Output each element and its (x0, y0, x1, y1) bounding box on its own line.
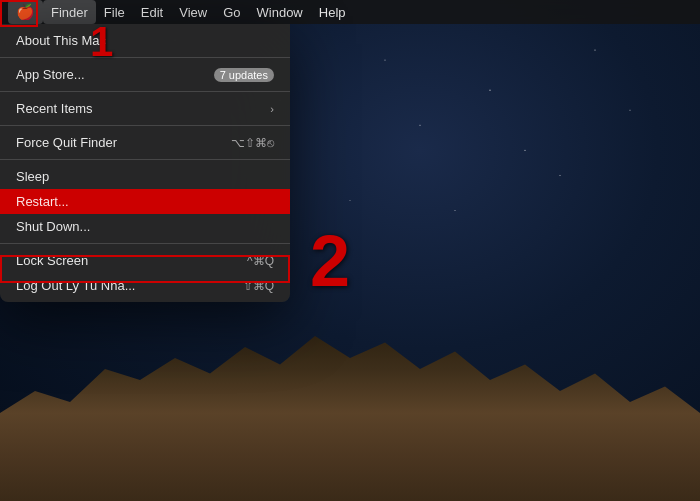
about-this-mac-item[interactable]: About This Mac (0, 28, 290, 53)
separator-4 (0, 159, 290, 160)
file-menu[interactable]: File (96, 0, 133, 24)
force-quit-shortcut: ⌥⇧⌘⎋ (231, 136, 274, 150)
restart-label: Restart... (16, 194, 69, 209)
app-store-badge: 7 updates (214, 68, 274, 82)
view-menu[interactable]: View (171, 0, 215, 24)
restart-item[interactable]: Restart... (0, 189, 290, 214)
recent-items-arrow: › (270, 103, 274, 115)
logout-item[interactable]: Log Out Ly Tu Nha... ⇧⌘Q (0, 273, 290, 298)
lock-screen-shortcut: ^⌘Q (247, 254, 274, 268)
lock-screen-item[interactable]: Lock Screen ^⌘Q (0, 248, 290, 273)
finder-menu[interactable]: Finder (43, 0, 96, 24)
edit-menu[interactable]: Edit (133, 0, 171, 24)
shutdown-label: Shut Down... (16, 219, 90, 234)
about-this-mac-label: About This Mac (16, 33, 106, 48)
separator-2 (0, 91, 290, 92)
force-quit-label: Force Quit Finder (16, 135, 117, 150)
shutdown-item[interactable]: Shut Down... (0, 214, 290, 239)
separator-1 (0, 57, 290, 58)
sleep-label: Sleep (16, 169, 49, 184)
app-store-label: App Store... (16, 67, 85, 82)
go-menu[interactable]: Go (215, 0, 248, 24)
apple-dropdown-menu: About This Mac App Store... 7 updates Re… (0, 24, 290, 302)
app-store-item[interactable]: App Store... 7 updates (0, 62, 290, 87)
apple-menu-button[interactable]: 🍎 (8, 0, 43, 24)
recent-items-label: Recent Items (16, 101, 93, 116)
recent-items-item[interactable]: Recent Items › (0, 96, 290, 121)
logout-shortcut: ⇧⌘Q (243, 279, 274, 293)
menubar: 🍎 Finder File Edit View Go Window Help (0, 0, 700, 24)
window-menu[interactable]: Window (249, 0, 311, 24)
separator-3 (0, 125, 290, 126)
force-quit-item[interactable]: Force Quit Finder ⌥⇧⌘⎋ (0, 130, 290, 155)
sleep-item[interactable]: Sleep (0, 164, 290, 189)
lock-screen-label: Lock Screen (16, 253, 88, 268)
logout-label: Log Out Ly Tu Nha... (16, 278, 135, 293)
separator-5 (0, 243, 290, 244)
help-menu[interactable]: Help (311, 0, 354, 24)
